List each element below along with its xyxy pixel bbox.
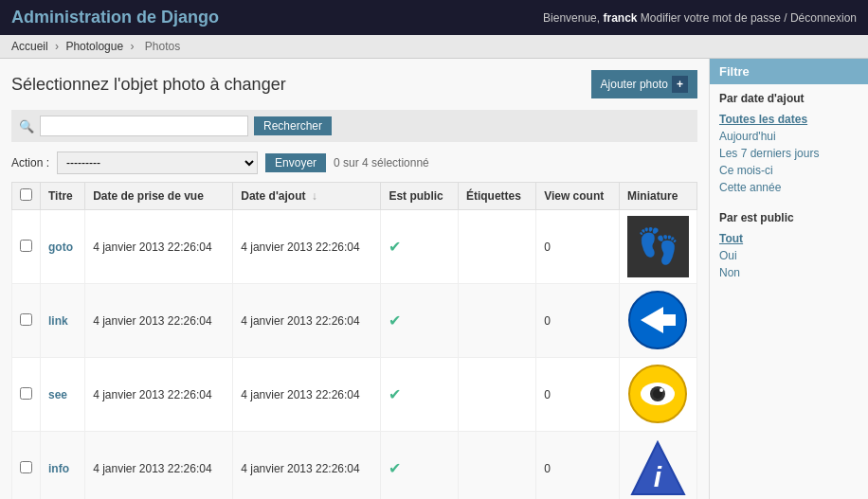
filter-sidebar: Filtre Par date d'ajout Toutes les dates…	[709, 59, 868, 499]
row-checkbox[interactable]	[20, 461, 32, 473]
row-miniature	[620, 358, 697, 432]
action-select[interactable]: --------- Supprimer les objets sélection…	[57, 151, 258, 174]
filter-public-non[interactable]: Non	[719, 264, 859, 281]
row-etiquettes	[458, 210, 535, 284]
sort-arrow-icon: ↓	[312, 189, 317, 203]
col-date-prise-vue: Date de prise de vue	[85, 183, 233, 210]
row-checkbox-cell	[12, 432, 41, 500]
site-title: Administration de Django	[11, 8, 219, 27]
row-date-ajout: 4 janvier 2013 22:26:04	[233, 210, 381, 284]
breadcrumb-photologue[interactable]: Photologue	[65, 40, 123, 53]
svg-text:i: i	[654, 461, 662, 492]
filter-date-ce-mois[interactable]: Ce mois-ci	[719, 162, 859, 179]
row-checkbox[interactable]	[20, 240, 32, 252]
filter-date-toutes[interactable]: Toutes les dates	[719, 111, 859, 128]
results-table: Titre Date de prise de vue Date d'ajout …	[11, 182, 697, 499]
row-titre: goto	[41, 210, 85, 284]
breadcrumb-sep1: ›	[55, 40, 62, 53]
filter-header: Filtre	[710, 59, 868, 84]
action-label: Action :	[11, 156, 49, 169]
filter-date-aujourd-hui[interactable]: Aujourd'hui	[719, 128, 859, 145]
svg-point-8	[660, 388, 663, 392]
row-view-count: 0	[536, 284, 620, 358]
row-checkbox[interactable]	[20, 313, 32, 326]
breadcrumb: Accueil › Photologue › Photos	[0, 35, 868, 59]
col-titre: Titre	[41, 183, 85, 210]
filter-date-list: Toutes les dates Aujourd'hui Les 7 derni…	[719, 111, 859, 196]
filter-public-title: Par est public	[719, 211, 859, 224]
row-date-prise-vue: 4 janvier 2013 22:26:04	[85, 358, 233, 432]
row-est-public: ✔	[381, 210, 458, 284]
change-password-link[interactable]: Modifier votre mot de passe	[641, 11, 781, 25]
search-bar: 🔍 Rechercher	[11, 110, 697, 142]
search-icon: 🔍	[19, 119, 34, 134]
breadcrumb-accueil[interactable]: Accueil	[11, 40, 48, 53]
logout-link[interactable]: Déconnexion	[790, 11, 857, 25]
select-all-checkbox[interactable]	[20, 188, 32, 201]
table-row: see 4 janvier 2013 22:26:04 4 janvier 20…	[12, 358, 697, 432]
col-miniature: Miniature	[620, 183, 697, 210]
header: Administration de Django Bienvenue, fran…	[0, 0, 868, 35]
filter-public-list: Tout Oui Non	[719, 230, 859, 281]
table-header: Titre Date de prise de vue Date d'ajout …	[12, 183, 697, 210]
row-miniature: i	[620, 432, 697, 500]
check-icon: ✔	[389, 312, 401, 329]
search-button[interactable]: Rechercher	[254, 116, 332, 135]
thumbnail-image: i	[627, 437, 689, 499]
col-etiquettes: Étiquettes	[458, 183, 535, 210]
breadcrumb-photos: Photos	[145, 40, 180, 53]
row-date-prise-vue: 4 janvier 2013 22:26:04	[85, 432, 233, 500]
main-layout: Sélectionnez l'objet photo à changer Ajo…	[0, 59, 868, 499]
row-est-public: ✔	[381, 284, 458, 358]
add-photo-button[interactable]: Ajouter photo +	[591, 70, 697, 98]
add-photo-plus-icon: +	[672, 76, 688, 93]
row-miniature	[620, 284, 697, 358]
user-info: Bienvenue, franck Modifier votre mot de …	[543, 11, 857, 25]
table-row: info 4 janvier 2013 22:26:04 4 janvier 2…	[12, 432, 697, 500]
row-miniature: 👣	[620, 210, 697, 284]
row-view-count: 0	[536, 358, 620, 432]
filter-date-title: Par date d'ajout	[719, 92, 859, 105]
username: franck	[603, 11, 637, 25]
row-titre-link[interactable]: link	[48, 314, 68, 328]
filter-public-oui[interactable]: Oui	[719, 247, 859, 264]
row-date-prise-vue: 4 janvier 2013 22:26:04	[85, 284, 233, 358]
row-est-public: ✔	[381, 358, 458, 432]
table-header-row: Titre Date de prise de vue Date d'ajout …	[12, 183, 697, 210]
row-date-prise-vue: 4 janvier 2013 22:26:04	[85, 210, 233, 284]
content-area: Sélectionnez l'objet photo à changer Ajo…	[0, 59, 709, 499]
row-checkbox-cell	[12, 210, 41, 284]
thumbnail-image	[627, 364, 689, 425]
svg-text:👣: 👣	[637, 225, 679, 266]
table-row: link 4 janvier 2013 22:26:04 4 janvier 2…	[12, 284, 697, 358]
row-titre-link[interactable]: info	[48, 462, 69, 475]
check-icon: ✔	[389, 386, 401, 402]
row-view-count: 0	[536, 432, 620, 500]
breadcrumb-sep2: ›	[130, 40, 136, 53]
row-titre-link[interactable]: see	[48, 388, 67, 401]
row-titre-link[interactable]: goto	[48, 241, 73, 254]
row-etiquettes	[458, 432, 535, 500]
thumbnail-image	[627, 290, 689, 351]
row-date-ajout: 4 janvier 2013 22:26:04	[233, 432, 381, 500]
add-photo-label: Ajouter photo	[601, 78, 668, 91]
row-checkbox[interactable]	[20, 387, 32, 400]
filter-date-7-jours[interactable]: Les 7 derniers jours	[719, 145, 859, 162]
action-bar: Action : --------- Supprimer les objets …	[11, 151, 697, 174]
row-view-count: 0	[536, 210, 620, 284]
row-checkbox-cell	[12, 284, 41, 358]
col-date-ajout[interactable]: Date d'ajout ↓	[233, 183, 381, 210]
table-body: goto 4 janvier 2013 22:26:04 4 janvier 2…	[12, 210, 697, 500]
selected-count: 0 sur 4 sélectionné	[334, 156, 429, 169]
row-est-public: ✔	[381, 432, 458, 500]
row-date-ajout: 4 janvier 2013 22:26:04	[233, 284, 381, 358]
row-titre: see	[41, 358, 85, 432]
row-etiquettes	[458, 284, 535, 358]
filter-date-cette-annee[interactable]: Cette année	[719, 179, 859, 196]
filter-public-tout[interactable]: Tout	[719, 230, 859, 247]
col-view-count: View count	[536, 183, 620, 210]
col-checkbox	[12, 183, 41, 210]
search-input[interactable]	[40, 116, 248, 136]
send-button[interactable]: Envoyer	[265, 153, 326, 172]
check-icon: ✔	[389, 239, 401, 255]
